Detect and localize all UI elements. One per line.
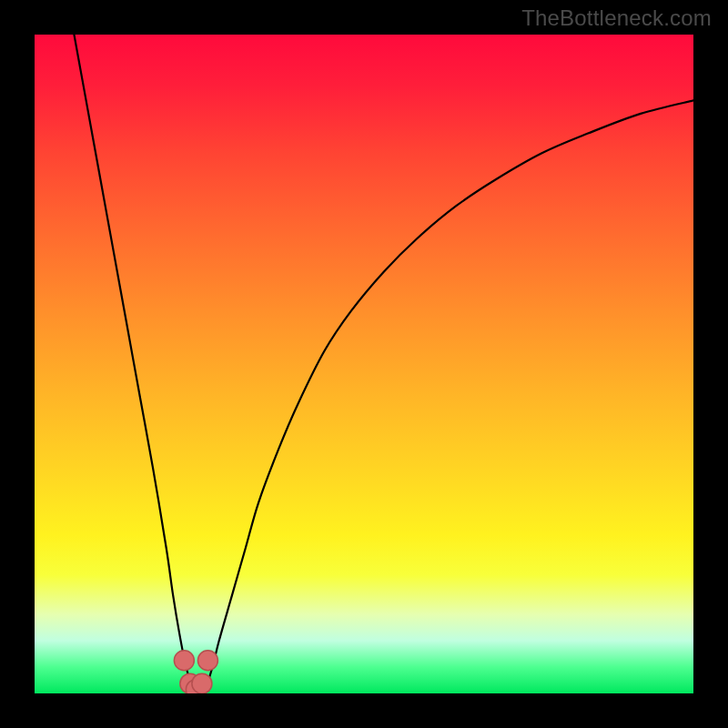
outer-frame: TheBottleneck.com (0, 0, 728, 728)
highlight-marker (174, 651, 194, 671)
chart-svg (35, 35, 693, 693)
plot-area (35, 35, 693, 693)
highlight-marker (197, 651, 217, 671)
highlight-marker (192, 673, 212, 693)
watermark-text: TheBottleneck.com (521, 5, 712, 31)
bottleneck-curve (74, 35, 693, 693)
